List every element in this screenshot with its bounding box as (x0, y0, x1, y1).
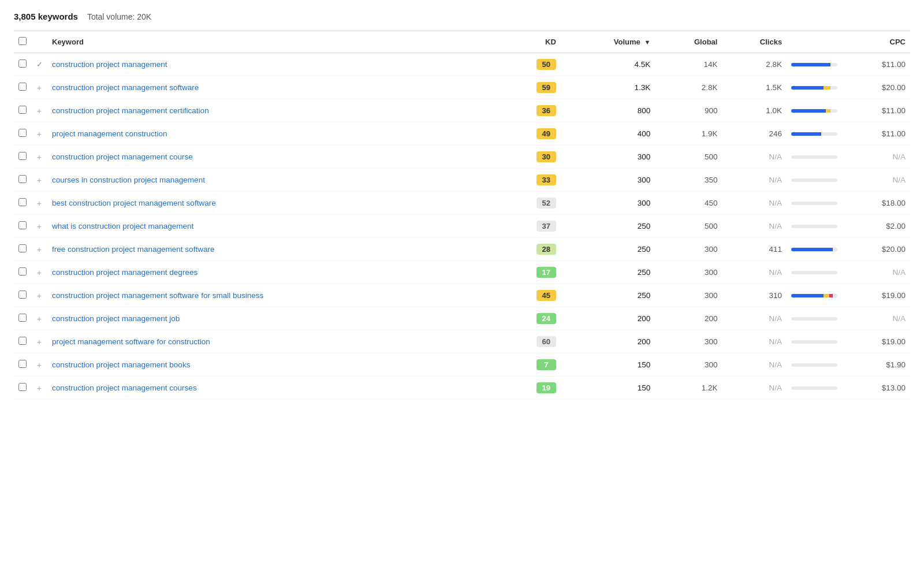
row-check-icon[interactable]: ✓ (31, 53, 47, 76)
row-checkbox-cell (14, 122, 31, 146)
row-add-button[interactable]: + (31, 238, 47, 261)
row-global: 2.8K (655, 76, 722, 99)
keyword-link[interactable]: construction project management job (52, 314, 180, 323)
table-row: +what is construction project management… (14, 215, 910, 238)
row-global: 450 (655, 192, 722, 215)
row-clicks: 1.5K (722, 76, 787, 99)
keyword-link[interactable]: construction project management certific… (52, 106, 209, 115)
plus-icon: + (37, 152, 42, 162)
na-value: N/A (892, 314, 906, 323)
row-global: 300 (655, 238, 722, 261)
na-value: N/A (769, 152, 783, 161)
clicks-bar-empty (791, 202, 837, 205)
row-checkbox[interactable] (18, 152, 27, 160)
row-checkbox[interactable] (18, 337, 27, 345)
keyword-link[interactable]: project management construction (52, 129, 167, 138)
clicks-bar (791, 86, 837, 90)
keyword-link[interactable]: construction project management course (52, 152, 193, 161)
row-bar (787, 284, 842, 307)
row-checkbox[interactable] (18, 360, 27, 368)
keyword-link[interactable]: what is construction project management (52, 222, 193, 230)
keywords-table: Keyword KD Volume ▼ Global Clicks CPC ✓c… (14, 31, 910, 400)
row-add-button[interactable]: + (31, 169, 47, 192)
row-checkbox[interactable] (18, 198, 27, 206)
volume-col-header[interactable]: Volume ▼ (561, 31, 655, 53)
row-add-button[interactable]: + (31, 99, 47, 122)
keyword-link[interactable]: courses in construction project manageme… (52, 176, 205, 184)
bar-segment (791, 132, 821, 136)
row-add-button[interactable]: + (31, 261, 47, 284)
row-add-button[interactable]: + (31, 307, 47, 330)
row-add-button[interactable]: + (31, 122, 47, 146)
select-all-checkbox[interactable] (18, 37, 27, 45)
row-cpc: N/A (842, 146, 910, 169)
bar-segment (791, 63, 830, 66)
keyword-link[interactable]: free construction project management sof… (52, 245, 214, 254)
table-row: ✓construction project management504.5K14… (14, 53, 910, 76)
row-add-button[interactable]: + (31, 192, 47, 215)
plus-icon: + (37, 360, 42, 370)
na-value: N/A (769, 384, 783, 392)
table-row: +courses in construction project managem… (14, 169, 910, 192)
row-cpc: N/A (842, 307, 910, 330)
plus-icon: + (37, 314, 42, 323)
keyword-link[interactable]: construction project management books (52, 360, 190, 369)
plus-icon: + (37, 337, 42, 347)
na-value: N/A (769, 222, 783, 230)
row-global: 300 (655, 353, 722, 377)
table-row: +construction project management job2420… (14, 307, 910, 330)
row-add-button[interactable]: + (31, 76, 47, 99)
row-checkbox[interactable] (18, 106, 27, 114)
row-kd: 33 (501, 169, 561, 192)
row-cpc: $13.00 (842, 377, 910, 400)
row-add-button[interactable]: + (31, 353, 47, 377)
row-kd: 60 (501, 330, 561, 353)
keyword-link[interactable]: construction project management courses (52, 384, 197, 392)
row-checkbox[interactable] (18, 267, 27, 276)
row-checkbox[interactable] (18, 129, 27, 137)
row-checkbox[interactable] (18, 59, 27, 68)
keyword-link[interactable]: construction project management software… (52, 291, 263, 300)
na-value: N/A (769, 337, 783, 346)
row-checkbox[interactable] (18, 221, 27, 229)
na-value: N/A (769, 268, 783, 277)
row-keyword: construction project management certific… (47, 99, 501, 122)
row-clicks: N/A (722, 192, 787, 215)
row-clicks: N/A (722, 307, 787, 330)
row-checkbox[interactable] (18, 383, 27, 391)
row-kd: 49 (501, 122, 561, 146)
clicks-bar-empty (791, 340, 837, 344)
row-checkbox-cell (14, 307, 31, 330)
row-bar (787, 53, 842, 76)
bar-segment (830, 86, 837, 90)
row-checkbox[interactable] (18, 175, 27, 183)
row-checkbox[interactable] (18, 83, 27, 91)
row-add-button[interactable]: + (31, 146, 47, 169)
row-global: 500 (655, 215, 722, 238)
keyword-link[interactable]: construction project management (52, 60, 167, 69)
row-add-button[interactable]: + (31, 330, 47, 353)
row-cpc: $1.90 (842, 353, 910, 377)
bar-segment (791, 294, 824, 297)
row-bar (787, 307, 842, 330)
keyword-link[interactable]: project management software for construc… (52, 337, 210, 346)
row-keyword: construction project management software (47, 76, 501, 99)
keyword-link[interactable]: best construction project management sof… (52, 199, 216, 207)
keyword-link[interactable]: construction project management software (52, 83, 199, 92)
select-all-header[interactable] (14, 31, 31, 53)
bar-segment (791, 86, 824, 90)
row-checkbox[interactable] (18, 314, 27, 322)
row-global: 14K (655, 53, 722, 76)
row-volume: 250 (561, 238, 655, 261)
row-clicks: N/A (722, 169, 787, 192)
row-add-button[interactable]: + (31, 377, 47, 400)
clicks-bar-empty (791, 225, 837, 228)
bar-segment (824, 86, 830, 90)
row-volume: 300 (561, 192, 655, 215)
keyword-link[interactable]: construction project management degrees (52, 268, 198, 277)
row-checkbox[interactable] (18, 291, 27, 299)
row-checkbox[interactable] (18, 244, 27, 252)
row-add-button[interactable]: + (31, 215, 47, 238)
row-add-button[interactable]: + (31, 284, 47, 307)
row-volume: 200 (561, 307, 655, 330)
